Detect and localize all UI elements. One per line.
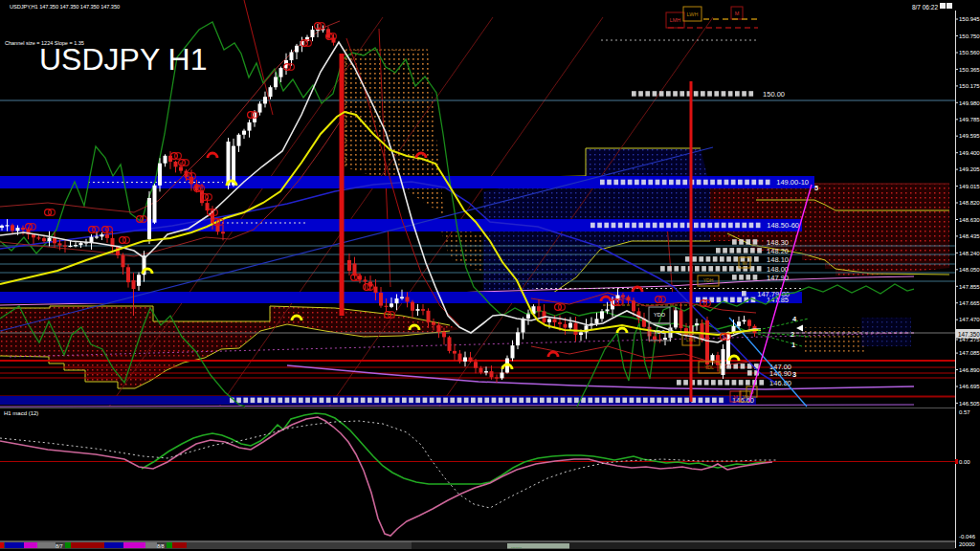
svg-text:LWL: LWL <box>686 337 696 342</box>
svg-text:149.015: 149.015 <box>959 184 980 189</box>
svg-text:W: W <box>743 394 748 400</box>
svg-text:148.00: 148.00 <box>767 265 789 274</box>
svg-text:5: 5 <box>814 184 818 192</box>
svg-text:149.00-10: 149.00-10 <box>776 178 809 187</box>
svg-text:USDJPY,H1 147.350 147.350 147: USDJPY,H1 147.350 147.350 147.350 147.35… <box>10 4 120 10</box>
svg-text:........: ........ <box>511 543 522 549</box>
svg-text:8/8: 8/8 <box>157 543 165 549</box>
svg-text:148.30: 148.30 <box>767 238 789 247</box>
svg-text:149.980: 149.980 <box>959 100 980 106</box>
svg-text:149.595: 149.595 <box>959 133 980 139</box>
svg-text:149.785: 149.785 <box>959 117 980 122</box>
svg-text:150.945: 150.945 <box>959 16 980 22</box>
svg-text:150.175: 150.175 <box>959 83 980 89</box>
svg-text:148.10: 148.10 <box>767 255 789 264</box>
svg-text:YDH: YDH <box>703 277 714 283</box>
svg-text:146.695: 146.695 <box>959 384 980 389</box>
svg-text:150.00: 150.00 <box>763 90 785 99</box>
svg-text:3: 3 <box>792 370 796 379</box>
svg-text:148.050: 148.050 <box>959 267 980 273</box>
svg-text:148.435: 148.435 <box>959 233 980 239</box>
svg-text:148.820: 148.820 <box>959 200 980 206</box>
svg-text:147.855: 147.855 <box>959 284 980 290</box>
svg-text:2: 2 <box>791 330 794 339</box>
svg-text:148.630: 148.630 <box>959 217 980 223</box>
svg-text:150.560: 150.560 <box>959 50 980 55</box>
svg-text:0.00: 0.00 <box>959 459 970 465</box>
svg-text:1: 1 <box>791 341 795 349</box>
svg-text:20000: 20000 <box>959 541 975 547</box>
svg-text:YDL: YDL <box>704 364 714 370</box>
svg-text:148.20: 148.20 <box>767 247 789 255</box>
svg-text:148.240: 148.240 <box>959 251 980 256</box>
svg-text:147.085: 147.085 <box>959 350 980 356</box>
svg-text:M: M <box>733 394 738 400</box>
svg-text:LWH: LWH <box>687 11 699 17</box>
svg-text:147.665: 147.665 <box>959 300 980 306</box>
svg-text:LMH: LMH <box>670 17 681 23</box>
svg-text:W: W <box>742 260 747 266</box>
svg-text:146.505: 146.505 <box>959 401 980 407</box>
svg-text:147.350: 147.350 <box>958 331 980 338</box>
svg-text:150.365: 150.365 <box>959 67 980 73</box>
svg-text:148.50-60: 148.50-60 <box>767 221 799 230</box>
svg-text:150.750: 150.750 <box>959 33 980 39</box>
svg-text:-0.046: -0.046 <box>959 534 976 540</box>
svg-text:146.890: 146.890 <box>959 367 980 373</box>
svg-text:8/7: 8/7 <box>56 543 63 549</box>
svg-text:YDO: YDO <box>654 312 666 318</box>
svg-text:M: M <box>735 11 740 16</box>
svg-text:0.57: 0.57 <box>959 409 970 415</box>
svg-text:8/7 06:22: 8/7 06:22 <box>912 4 938 11</box>
svg-text:147.470: 147.470 <box>959 317 980 322</box>
svg-text:149.205: 149.205 <box>959 166 980 172</box>
svg-text:USDJPY H1: USDJPY H1 <box>39 42 207 77</box>
svg-text:149.400: 149.400 <box>959 150 980 156</box>
svg-text:YDC: YDC <box>654 329 665 335</box>
svg-text:H1 macd (12): H1 macd (12) <box>4 410 38 416</box>
